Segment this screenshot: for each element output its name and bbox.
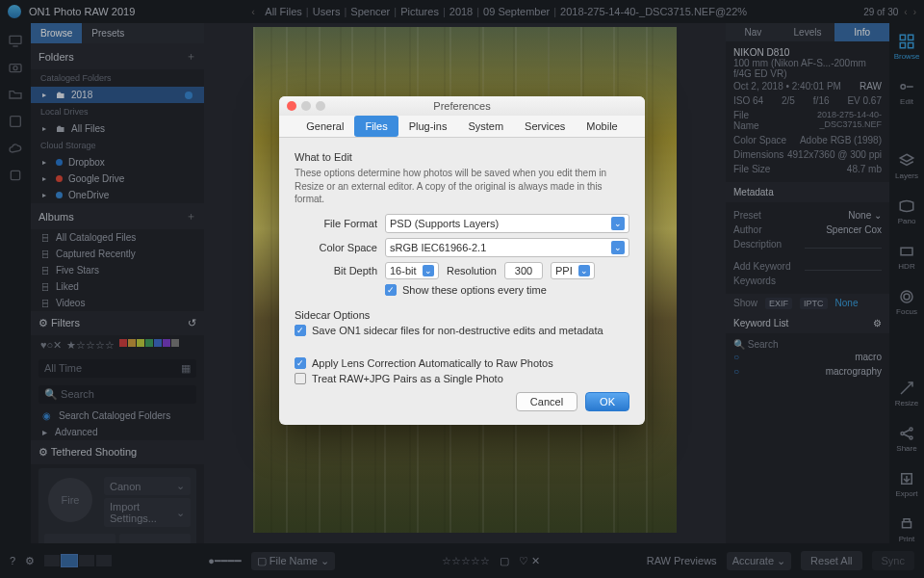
save-sidecar-checkbox[interactable]: ✓ Save ON1 sidecar files for non-destruc… [295, 325, 629, 336]
pref-tab-mobile[interactable]: Mobile [576, 116, 628, 137]
chevron-down-icon: ⌄ [423, 265, 434, 276]
bitdepth-row: Bit Depth 16-bit⌄ Resolution 300 PPI⌄ [295, 262, 629, 279]
resolution-input[interactable]: 300 [504, 262, 543, 279]
checkbox-icon: ✓ [295, 357, 306, 369]
file-format-select[interactable]: PSD (Supports Layers)⌄ [385, 214, 629, 233]
checkbox-icon: ✓ [295, 325, 306, 336]
show-options-checkbox[interactable]: ✓ Show these options every time [385, 284, 629, 296]
pref-tab-general[interactable]: General [295, 116, 354, 137]
checkbox-icon [295, 373, 306, 384]
pref-tab-system[interactable]: System [457, 116, 514, 137]
file-format-label: File Format [295, 218, 377, 229]
color-space-row: Color Space sRGB IEC61966-2.1⌄ [295, 238, 629, 257]
bitdepth-select[interactable]: 16-bit⌄ [385, 262, 439, 279]
resolution-label: Resolution [447, 265, 497, 276]
ppi-select[interactable]: PPI⌄ [551, 262, 595, 279]
dialog-title: Preferences [279, 100, 645, 112]
cancel-button[interactable]: Cancel [516, 392, 578, 411]
ok-button[interactable]: OK [585, 392, 629, 411]
show-options-label: Show these options every time [402, 284, 547, 296]
pref-tab-files[interactable]: Files [354, 116, 398, 137]
file-format-row: File Format PSD (Supports Layers)⌄ [295, 214, 629, 233]
dialog-buttons: Cancel OK [295, 392, 629, 411]
treat-rawjpg-checkbox[interactable]: Treat RAW+JPG Pairs as a Single Photo [295, 373, 629, 384]
preferences-dialog: Preferences General Files Plug-ins Syste… [279, 96, 645, 425]
modal-backdrop[interactable]: Preferences General Files Plug-ins Syste… [0, 0, 924, 578]
treat-rawjpg-label: Treat RAW+JPG Pairs as a Single Photo [312, 373, 503, 384]
what-to-edit-hint: These options determine how photos will … [295, 167, 629, 206]
what-to-edit-heading: What to Edit [295, 151, 629, 163]
save-sidecar-label: Save ON1 sidecar files for non-destructi… [312, 325, 603, 336]
apply-lens-label: Apply Lens Correction Automatically to R… [312, 357, 553, 369]
chevron-down-icon: ⌄ [611, 217, 625, 230]
dialog-titlebar: Preferences [279, 96, 645, 116]
pref-tab-services[interactable]: Services [514, 116, 576, 137]
pref-tabs: General Files Plug-ins System Services M… [279, 116, 645, 138]
color-space-select[interactable]: sRGB IEC61966-2.1⌄ [385, 238, 629, 257]
pref-body: What to Edit These options determine how… [279, 138, 645, 425]
chevron-down-icon: ⌄ [578, 265, 590, 276]
bitdepth-label: Bit Depth [295, 265, 377, 276]
sidecar-heading: Sidecar Options [295, 309, 629, 321]
pref-tab-plugins[interactable]: Plug-ins [398, 116, 458, 137]
chevron-down-icon: ⌄ [611, 241, 625, 254]
apply-lens-checkbox[interactable]: ✓ Apply Lens Correction Automatically to… [295, 357, 629, 369]
checkbox-icon: ✓ [385, 284, 397, 296]
color-space-label: Color Space [295, 242, 377, 253]
